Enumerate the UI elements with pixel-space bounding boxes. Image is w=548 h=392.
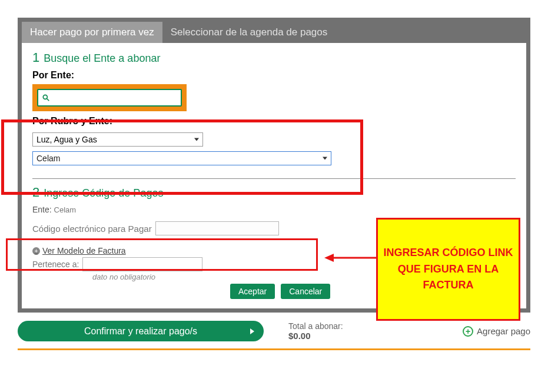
- chevron-down-icon: [323, 157, 327, 160]
- tab-agenda[interactable]: Seleccionar de la agenda de pagos: [162, 22, 526, 43]
- aceptar-button[interactable]: Aceptar: [230, 284, 275, 299]
- ente-select[interactable]: Celam: [32, 151, 331, 165]
- ente-display: Ente: Celam: [32, 205, 516, 214]
- search-wrap: [32, 84, 187, 111]
- main-panel: Hacer pago por primera vez Seleccionar d…: [18, 18, 530, 313]
- pertenece-label: Pertenece a:: [32, 260, 79, 269]
- callout-note: INGRESAR CÓDIGO LINK QUE FIGURA EN LA FA…: [376, 218, 520, 321]
- step1-title: 1 Busque el Ente a abonar: [32, 50, 516, 65]
- add-payment-button[interactable]: + Agregar pago: [463, 326, 530, 337]
- rubro-value: Luz, Agua y Gas: [36, 135, 97, 144]
- search-input[interactable]: [37, 89, 182, 107]
- svg-line-1: [47, 99, 49, 101]
- tab-first-payment[interactable]: Hacer pago por primera vez: [22, 22, 162, 43]
- code-label: Código electrónico para Pagar: [32, 224, 152, 234]
- ente-value: Celam: [36, 154, 60, 163]
- step2-title: 2 Ingrese Código de Pagos: [32, 185, 516, 200]
- plus-icon: +: [32, 247, 40, 255]
- svg-point-0: [43, 95, 47, 99]
- pertenece-input[interactable]: [82, 257, 202, 271]
- por-ente-label: Por Ente:: [32, 70, 516, 81]
- por-rubro-label: Por Rubro y Ente:: [32, 116, 516, 127]
- plus-circle-icon: +: [463, 326, 473, 337]
- total-section: Total a abonar: $0.00: [288, 321, 343, 341]
- confirm-button[interactable]: Confirmar y realizar pago/s: [18, 321, 264, 341]
- cancelar-button[interactable]: Cancelar: [281, 284, 330, 299]
- ver-modelo-link[interactable]: + Ver Modelo de Factura: [32, 246, 126, 255]
- search-icon: [42, 94, 50, 102]
- rubro-select[interactable]: Luz, Agua y Gas: [32, 132, 203, 147]
- bottom-bar: Confirmar y realizar pago/s Total a abon…: [18, 321, 530, 350]
- chevron-right-icon: [250, 328, 254, 334]
- tab-bar: Hacer pago por primera vez Seleccionar d…: [22, 22, 526, 43]
- code-input[interactable]: [155, 221, 279, 235]
- chevron-down-icon: [194, 138, 199, 141]
